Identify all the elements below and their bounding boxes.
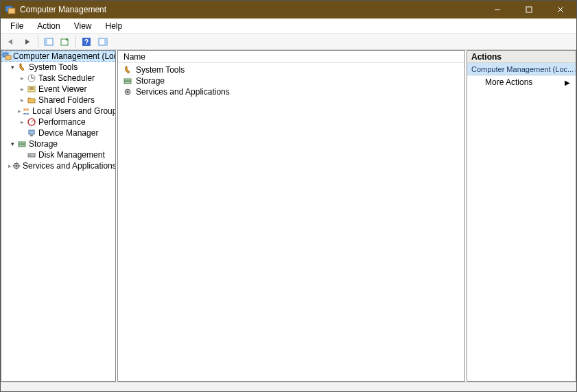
menu-action[interactable]: Action <box>30 20 67 32</box>
svg-rect-26 <box>30 135 33 136</box>
actions-item-label: More Actions <box>485 77 532 87</box>
tree-node-system-tools[interactable]: System Tools <box>1 62 115 73</box>
list-body: System Tools Storage Services and Applic… <box>118 63 464 381</box>
main-area: Computer Management (Local) System Tools… <box>1 50 576 382</box>
list-item-services-applications[interactable]: Services and Applications <box>118 86 464 97</box>
svg-text:?: ? <box>84 38 89 46</box>
svg-rect-1 <box>8 8 15 14</box>
forward-button[interactable] <box>20 35 35 49</box>
storage-icon <box>122 76 133 86</box>
task-scheduler-icon <box>26 73 37 83</box>
users-groups-icon <box>21 106 31 116</box>
minimize-button[interactable] <box>482 1 513 19</box>
svg-rect-14 <box>5 56 11 60</box>
svg-rect-29 <box>28 154 35 157</box>
tree-pane[interactable]: Computer Management (Local) System Tools… <box>1 50 116 382</box>
window-title: Computer Management <box>20 5 482 14</box>
event-viewer-icon <box>26 84 37 94</box>
svg-rect-7 <box>45 38 47 45</box>
tree-label: Event Viewer <box>38 84 86 94</box>
close-button[interactable] <box>545 1 576 19</box>
tree-root-label: Computer Management (Local) <box>13 51 116 61</box>
svg-point-22 <box>26 108 29 111</box>
list-column-header-name[interactable]: Name <box>118 51 464 63</box>
actions-pane: Actions Computer Management (Loc... ▲ Mo… <box>467 50 576 382</box>
tree-label: Performance <box>38 117 86 127</box>
tree-label: Shared Folders <box>38 95 95 105</box>
tree-node-local-users-groups[interactable]: Local Users and Groups <box>1 106 115 117</box>
tree-node-event-viewer[interactable]: Event Viewer <box>1 84 115 95</box>
tree-label: Storage <box>29 139 58 149</box>
show-hide-tree-button[interactable] <box>41 35 56 49</box>
svg-rect-3 <box>526 7 532 12</box>
menubar: File Action View Help <box>1 19 576 34</box>
tree-label: Device Manager <box>38 128 98 138</box>
menu-view[interactable]: View <box>67 20 99 32</box>
tree-label: System Tools <box>29 62 78 72</box>
tree-node-performance[interactable]: Performance <box>1 117 115 127</box>
submenu-arrow-icon: ▶ <box>565 79 570 86</box>
tree-root[interactable]: Computer Management (Local) <box>1 51 115 62</box>
menu-file[interactable]: File <box>3 20 30 32</box>
expander-icon[interactable] <box>18 75 26 82</box>
list-pane[interactable]: Name System Tools Storage Services and A… <box>117 50 465 382</box>
expander-icon[interactable] <box>18 97 26 103</box>
computer-mgmt-icon <box>2 51 12 61</box>
svg-rect-25 <box>29 130 34 134</box>
list-item-storage[interactable]: Storage <box>118 75 464 86</box>
tree-label: Disk Management <box>38 150 105 160</box>
device-manager-icon <box>26 128 37 138</box>
tree-node-disk-management[interactable]: Disk Management <box>1 149 115 160</box>
svg-rect-34 <box>124 82 131 84</box>
tree-node-device-manager[interactable]: Device Manager <box>1 127 115 138</box>
app-icon <box>5 4 16 15</box>
shared-folders-icon <box>26 95 37 105</box>
actions-context-heading[interactable]: Computer Management (Loc... ▲ <box>467 63 576 75</box>
disk-management-icon <box>26 150 37 160</box>
performance-icon <box>26 117 37 127</box>
tree-node-task-scheduler[interactable]: Task Scheduler <box>1 73 115 84</box>
maximize-button[interactable] <box>513 1 545 19</box>
titlebar[interactable]: Computer Management <box>1 1 576 19</box>
expander-icon[interactable] <box>18 119 26 125</box>
services-icon <box>122 87 133 97</box>
svg-point-36 <box>127 91 129 93</box>
expander-icon[interactable] <box>8 140 16 147</box>
svg-rect-33 <box>124 79 131 81</box>
menu-help[interactable]: Help <box>99 20 130 32</box>
actions-context-label: Computer Management (Loc... <box>471 65 574 73</box>
show-hide-action-pane-button[interactable] <box>95 35 110 49</box>
tree-node-shared-folders[interactable]: Shared Folders <box>1 95 115 106</box>
svg-rect-27 <box>19 142 25 144</box>
expander-icon[interactable] <box>18 86 26 93</box>
actions-item-more-actions[interactable]: More Actions ▶ <box>467 75 576 89</box>
svg-rect-28 <box>19 145 25 147</box>
tree-label: Task Scheduler <box>38 73 95 83</box>
toolbar: ? <box>1 34 576 50</box>
statusbar <box>1 382 576 391</box>
tree-label: Services and Applications <box>23 161 116 171</box>
list-item-label: Services and Applications <box>136 87 230 97</box>
list-item-label: System Tools <box>136 65 185 75</box>
tree-node-services-applications[interactable]: Services and Applications <box>1 160 115 171</box>
svg-point-30 <box>30 155 31 156</box>
toolbar-separator <box>75 36 76 48</box>
system-tools-icon <box>122 65 133 75</box>
list-item-system-tools[interactable]: System Tools <box>118 64 464 75</box>
storage-icon <box>16 139 27 149</box>
actions-header: Actions <box>467 51 576 63</box>
svg-point-21 <box>23 108 26 111</box>
expander-icon[interactable] <box>8 64 16 71</box>
tree-label: Local Users and Groups <box>32 106 116 116</box>
list-item-label: Storage <box>136 76 165 86</box>
services-icon <box>12 161 21 171</box>
svg-line-24 <box>32 120 34 122</box>
toolbar-separator <box>38 36 38 48</box>
svg-point-32 <box>16 165 18 167</box>
collapse-icon[interactable]: ▲ <box>574 66 576 73</box>
export-list-button[interactable] <box>58 35 73 49</box>
help-button[interactable]: ? <box>79 35 94 49</box>
system-tools-icon <box>16 62 27 72</box>
tree-node-storage[interactable]: Storage <box>1 138 115 149</box>
back-button[interactable] <box>3 35 19 49</box>
